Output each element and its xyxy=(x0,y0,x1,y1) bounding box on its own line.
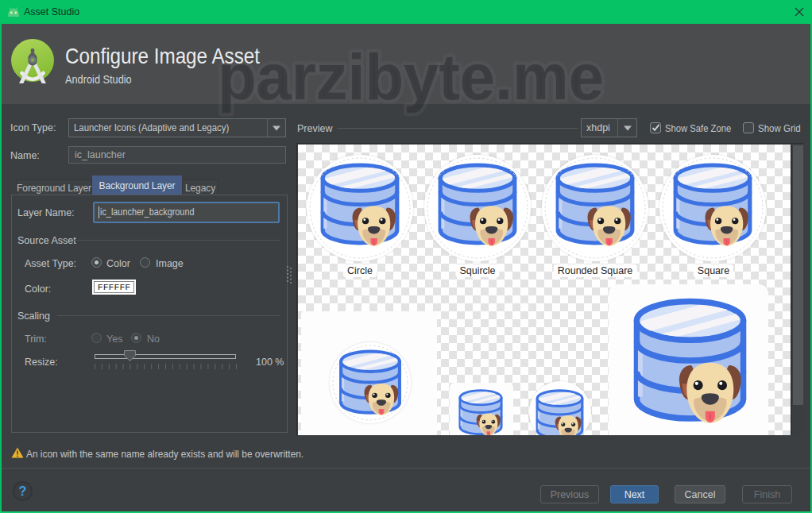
svg-text:parzibyte.me: parzibyte.me xyxy=(218,40,604,113)
